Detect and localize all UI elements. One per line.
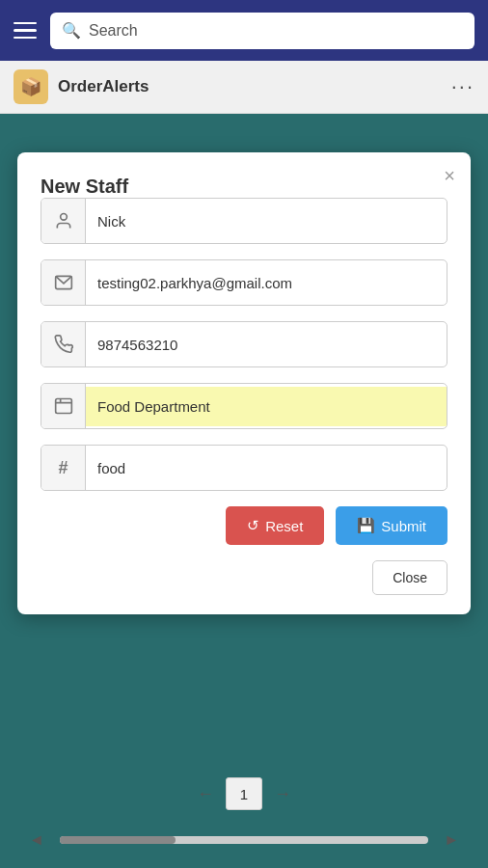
app-title: OrderAlerts <box>58 77 451 96</box>
tag-field-container: # <box>41 445 447 491</box>
scrollbar-area: ◄ ► <box>29 833 459 847</box>
hamburger-menu[interactable] <box>14 22 37 40</box>
pagination-area: ← 1 → <box>0 777 488 810</box>
modal-overlay: New Staff × <box>0 114 488 868</box>
email-input[interactable] <box>86 263 447 303</box>
reset-label: Reset <box>265 518 303 534</box>
email-icon <box>41 260 86 305</box>
current-page: 1 <box>226 777 262 810</box>
new-staff-modal: New Staff × <box>17 152 471 614</box>
search-placeholder: Search <box>89 22 138 40</box>
name-icon <box>41 199 86 243</box>
background-area: New Staff × <box>0 114 488 868</box>
close-row: Close <box>41 560 447 595</box>
name-field-container <box>41 198 447 244</box>
more-options-icon[interactable]: ··· <box>451 74 474 99</box>
name-input[interactable] <box>86 202 447 241</box>
submit-button[interactable]: 💾 Submit <box>336 506 447 545</box>
department-icon <box>41 384 86 428</box>
scroll-right-arrow[interactable]: ► <box>444 831 459 849</box>
search-bar[interactable]: 🔍 Search <box>50 13 474 49</box>
prev-page-button[interactable]: ← <box>197 784 214 804</box>
svg-rect-2 <box>55 399 71 414</box>
tag-input[interactable] <box>86 448 447 488</box>
email-field-container <box>41 259 447 306</box>
top-bar: 🔍 Search <box>0 0 488 61</box>
submit-label: Submit <box>381 518 426 534</box>
phone-icon <box>41 322 86 366</box>
search-icon: 🔍 <box>62 21 81 40</box>
submit-icon: 💾 <box>357 517 375 534</box>
tag-icon: # <box>41 446 86 490</box>
modal-title: New Staff <box>41 176 128 197</box>
department-input[interactable] <box>86 387 447 426</box>
modal-close-button[interactable]: × <box>444 166 455 185</box>
app-icon: 📦 <box>14 69 48 104</box>
action-buttons-row: ↺ Reset 💾 Submit <box>41 506 447 545</box>
app-header: 📦 OrderAlerts ··· <box>0 61 488 114</box>
phone-field-container <box>41 321 447 367</box>
phone-input[interactable] <box>86 325 447 365</box>
next-page-button[interactable]: → <box>274 784 291 804</box>
scroll-track <box>60 836 428 844</box>
department-field-container <box>41 383 447 429</box>
reset-icon: ↺ <box>247 517 259 534</box>
close-button[interactable]: Close <box>372 560 447 595</box>
reset-button[interactable]: ↺ Reset <box>226 506 324 545</box>
scroll-thumb[interactable] <box>60 836 176 844</box>
scroll-left-arrow[interactable]: ◄ <box>29 831 44 849</box>
svg-point-0 <box>60 214 67 221</box>
